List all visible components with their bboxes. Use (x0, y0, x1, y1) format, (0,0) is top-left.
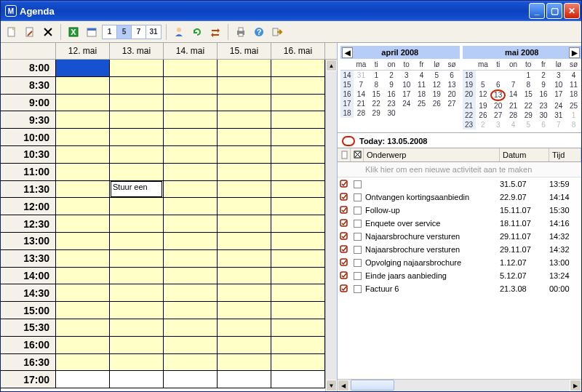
time-slot[interactable] (56, 215, 110, 232)
time-slot[interactable] (164, 215, 218, 232)
time-slot[interactable] (110, 302, 164, 319)
scroll-thumb[interactable] (351, 380, 394, 391)
calendar-day[interactable]: 20 (490, 101, 506, 111)
calendar-day[interactable]: 1 (369, 71, 384, 80)
calendar-day[interactable]: 29 (369, 108, 384, 118)
task-row[interactable]: 31.5.0713:59 (338, 177, 581, 191)
calendar-day[interactable]: 9 (536, 80, 551, 89)
time-slot[interactable] (164, 164, 218, 180)
time-slot[interactable] (218, 250, 271, 267)
calendar-day[interactable]: 6 (536, 120, 551, 129)
scroll-right[interactable]: ▶ (570, 380, 581, 391)
calendar-day[interactable]: 31 (551, 111, 566, 120)
calendar-day[interactable]: 16 (384, 89, 399, 99)
task-checkbox[interactable] (351, 246, 364, 254)
calendar-day[interactable]: 27 (445, 99, 460, 108)
exit-icon[interactable] (269, 24, 285, 40)
col-subject[interactable]: Onderwerp (364, 148, 500, 161)
today-line[interactable]: Today: 13.05.2008 (338, 133, 581, 148)
time-slot[interactable] (56, 233, 110, 249)
time-slot[interactable] (56, 60, 110, 76)
calendar-day[interactable]: 8 (566, 120, 581, 129)
day-header[interactable]: 16. mai (271, 43, 325, 59)
calendar-day[interactable]: 13 (490, 89, 506, 101)
time-slot[interactable] (110, 198, 164, 215)
calendar-day[interactable]: 23 (536, 101, 551, 111)
calendar-day[interactable]: 23 (384, 99, 399, 108)
time-slot[interactable] (271, 233, 325, 249)
time-slot[interactable] (110, 337, 164, 353)
range-1day[interactable]: 1 (103, 25, 117, 39)
time-slot[interactable] (110, 111, 164, 128)
new-activity-row[interactable]: Klik hier om een nieuwe activiteit aan t… (338, 162, 581, 177)
time-slot[interactable] (56, 181, 110, 198)
time-slot[interactable] (110, 233, 164, 249)
time-slot[interactable] (218, 95, 271, 111)
task-row[interactable]: Opvolging najaarsbrochure1.12.0713:00 (338, 256, 581, 269)
time-slot[interactable] (271, 60, 325, 76)
time-slot[interactable] (164, 198, 218, 215)
time-slot[interactable] (271, 95, 325, 111)
task-checkbox[interactable] (351, 220, 364, 228)
delete-button[interactable] (40, 24, 56, 40)
calendar-day[interactable]: 10 (399, 80, 414, 89)
task-row[interactable]: Najaarsbrochure versturen29.11.0714:32 (338, 230, 581, 243)
time-slot[interactable] (110, 129, 164, 145)
time-slot[interactable] (218, 233, 271, 249)
calendar-day[interactable]: 15 (369, 89, 384, 99)
time-slot[interactable] (164, 146, 218, 163)
excel-icon[interactable]: X (65, 24, 81, 40)
calendar-day[interactable]: 8 (521, 80, 536, 89)
day-header[interactable]: 14. mai (164, 43, 218, 59)
time-slot[interactable] (271, 146, 325, 163)
task-row[interactable]: Ontvangen kortingsaanbiedin22.9.0714:14 (338, 191, 581, 204)
edit-button[interactable] (22, 24, 38, 40)
col-icon[interactable] (338, 148, 351, 161)
calendar-day[interactable]: 26 (476, 111, 491, 120)
scroll-down[interactable]: ▼ (326, 380, 337, 391)
calendar-day[interactable]: 25 (414, 99, 429, 108)
task-checkbox[interactable] (351, 259, 364, 267)
calendar-day[interactable]: 11 (566, 80, 581, 89)
time-slot[interactable] (218, 129, 271, 145)
time-slot[interactable] (271, 111, 325, 128)
calendar-day[interactable]: 18 (414, 89, 429, 99)
time-slot[interactable] (110, 95, 164, 111)
time-slot[interactable] (271, 319, 325, 336)
scroll-left[interactable]: ◀ (338, 380, 349, 391)
time-slot[interactable] (110, 60, 164, 76)
time-slot[interactable] (218, 77, 271, 94)
next-month-button[interactable]: ▶ (569, 47, 580, 58)
time-slot[interactable] (56, 319, 110, 336)
time-slot[interactable] (56, 198, 110, 215)
time-slot[interactable] (164, 233, 218, 249)
calendar-day[interactable]: 6 (490, 80, 506, 89)
time-slot[interactable] (110, 319, 164, 336)
time-slot[interactable] (271, 129, 325, 145)
calendar-day[interactable]: 21 (506, 101, 521, 111)
time-slot[interactable] (56, 302, 110, 319)
calendar-day[interactable]: 28 (506, 111, 521, 120)
schedule-scrollbar[interactable]: ▲ ▼ (325, 60, 337, 391)
maximize-button[interactable]: ▢ (546, 3, 562, 19)
calendar-day[interactable]: 4 (414, 71, 429, 80)
time-slot[interactable] (218, 337, 271, 353)
calendar-day[interactable]: 30 (384, 108, 399, 118)
calendar-day[interactable]: 22 (521, 101, 536, 111)
time-slot[interactable] (164, 268, 218, 284)
calendar-day[interactable]: 4 (506, 120, 521, 129)
calendar-day[interactable]: 3 (399, 71, 414, 80)
time-slot[interactable] (164, 284, 218, 301)
calendar-day[interactable]: 5 (476, 80, 491, 89)
time-slot[interactable] (164, 111, 218, 128)
calendar-day[interactable] (414, 108, 429, 118)
task-scrollbar[interactable]: ◀ ▶ (338, 379, 581, 391)
time-slot[interactable] (218, 146, 271, 163)
task-checkbox[interactable] (351, 180, 364, 188)
time-slot[interactable] (271, 371, 325, 388)
calendar-day[interactable]: 19 (429, 89, 445, 99)
time-slot[interactable] (164, 354, 218, 371)
time-slot[interactable] (110, 268, 164, 284)
time-slot[interactable] (164, 337, 218, 353)
new-button[interactable] (4, 24, 20, 40)
